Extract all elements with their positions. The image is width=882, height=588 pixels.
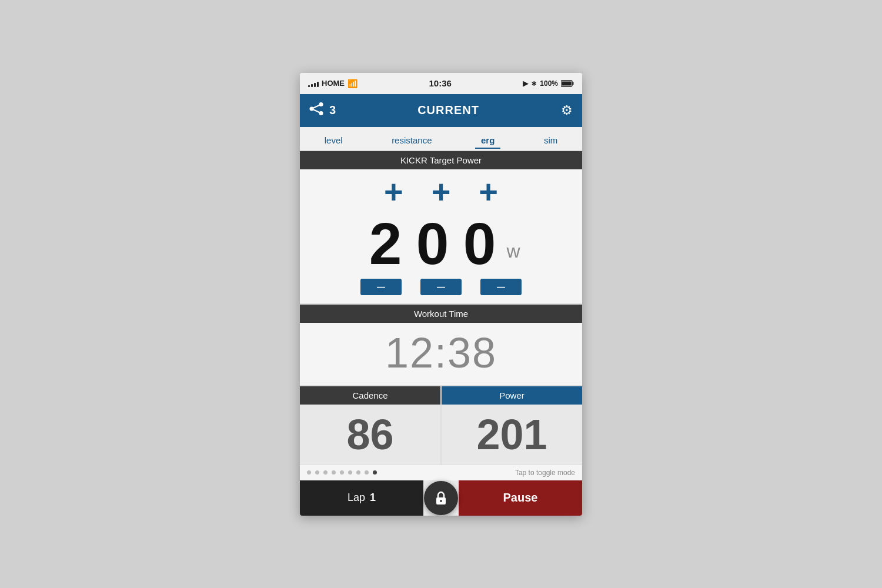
- page-dots: [307, 470, 377, 475]
- page-dots-row: Tap to toggle mode: [300, 465, 582, 480]
- nav-bar: 3 CURRENT ⚙: [300, 94, 582, 127]
- bottom-bar: Lap 1 Pause: [300, 480, 582, 516]
- toggle-hint[interactable]: Tap to toggle mode: [515, 469, 575, 477]
- power-area: + + + 2 0 0 w — — —: [300, 169, 582, 303]
- lock-button[interactable]: [424, 481, 458, 515]
- minus-btn-ones[interactable]: —: [480, 279, 522, 295]
- lap-count: 1: [370, 492, 376, 504]
- plus-row: + + +: [379, 175, 503, 208]
- wifi-icon: 📶: [348, 79, 358, 88]
- lock-icon: [435, 490, 447, 506]
- power-box[interactable]: Power 201: [442, 386, 582, 465]
- minus-row: — — —: [360, 279, 522, 295]
- lap-section[interactable]: Lap 1: [300, 480, 423, 516]
- svg-point-9: [440, 500, 442, 502]
- lock-btn-wrapper: [423, 480, 459, 516]
- nav-right[interactable]: ⚙: [561, 103, 573, 118]
- svg-rect-1: [572, 82, 573, 85]
- signal-bars-icon: [308, 80, 319, 87]
- dot-5: [340, 470, 344, 475]
- dot-6: [348, 470, 352, 475]
- dot-4: [332, 470, 336, 475]
- status-bar: HOME 📶 10:36 ▶ ∗ 100%: [300, 73, 582, 94]
- status-time: 10:36: [429, 78, 451, 88]
- workout-time-display: 12:38: [300, 323, 582, 385]
- kickr-section-header: KICKR Target Power: [300, 151, 582, 169]
- dot-2: [315, 470, 319, 475]
- workout-section: Workout Time 12:38: [300, 303, 582, 385]
- carrier-label: HOME: [322, 79, 345, 88]
- metrics-row: Cadence 86 Power 201: [300, 385, 582, 465]
- location-icon: ▶: [523, 79, 528, 88]
- nav-badge: 3: [329, 103, 336, 117]
- tabs-bar: level resistance erg sim: [300, 127, 582, 151]
- cadence-value: 86: [300, 405, 440, 465]
- lap-label: Lap: [348, 492, 365, 504]
- power-value: 201: [442, 405, 582, 465]
- power-digit-tens: 0: [409, 214, 456, 273]
- svg-line-7: [312, 109, 321, 113]
- power-unit: w: [506, 240, 520, 262]
- battery-label: 100%: [540, 79, 558, 88]
- dot-1: [307, 470, 311, 475]
- battery-icon: [561, 80, 574, 87]
- plus-btn-tens[interactable]: +: [427, 175, 456, 208]
- plus-btn-hundreds[interactable]: +: [379, 175, 408, 208]
- minus-btn-tens[interactable]: —: [420, 279, 462, 295]
- workout-time-header: Workout Time: [300, 305, 582, 323]
- tab-resistance[interactable]: resistance: [386, 133, 437, 148]
- nav-left[interactable]: 3: [309, 102, 336, 119]
- tab-sim[interactable]: sim: [538, 133, 563, 148]
- status-left: HOME 📶: [308, 79, 358, 88]
- pause-section[interactable]: Pause: [459, 480, 582, 516]
- power-digit-ones: 0: [456, 214, 503, 273]
- svg-rect-2: [562, 81, 571, 85]
- share-icon[interactable]: [309, 102, 325, 119]
- pause-label: Pause: [503, 491, 538, 505]
- power-digit-hundreds: 2: [362, 214, 409, 273]
- cadence-header: Cadence: [300, 386, 440, 405]
- tab-level[interactable]: level: [319, 133, 349, 148]
- dot-9: [373, 470, 377, 475]
- phone-frame: HOME 📶 10:36 ▶ ∗ 100%: [300, 73, 582, 516]
- plus-btn-ones[interactable]: +: [474, 175, 503, 208]
- dot-3: [323, 470, 328, 475]
- cadence-box: Cadence 86: [300, 386, 440, 465]
- tab-erg[interactable]: erg: [475, 133, 500, 149]
- gear-icon[interactable]: ⚙: [561, 103, 573, 118]
- bluetooth-icon: ∗: [531, 79, 537, 88]
- dot-8: [365, 470, 369, 475]
- svg-line-6: [312, 104, 321, 109]
- status-right: ▶ ∗ 100%: [523, 79, 574, 88]
- nav-title: CURRENT: [417, 103, 479, 117]
- power-header: Power: [442, 386, 582, 405]
- power-value-row: 2 0 0 w: [362, 214, 520, 273]
- dot-7: [356, 470, 360, 475]
- minus-btn-hundreds[interactable]: —: [360, 279, 402, 295]
